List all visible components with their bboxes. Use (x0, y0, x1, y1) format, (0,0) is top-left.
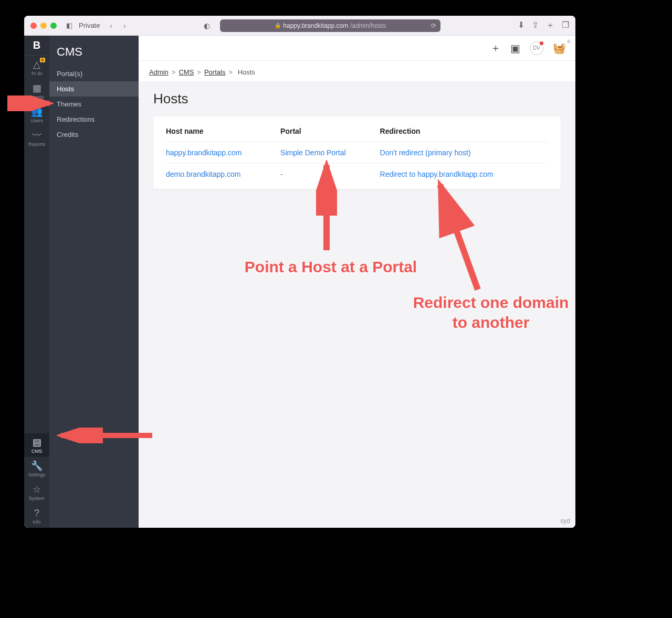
subnav-item-portal-s[interactable]: Portal(s) (49, 66, 139, 81)
reports-icon: 〰 (24, 131, 49, 140)
rail-item-cms[interactable]: ▤CMS (24, 433, 49, 457)
cms-icon: ▤ (24, 438, 49, 447)
table-cell-host: happy.brandkitapp.com (166, 142, 280, 164)
rail-item-users[interactable]: 👥Users (24, 103, 49, 126)
browser-chrome: ◧ Private ‹ › ◐ 🔒 happy.brandkitapp.com/… (24, 16, 575, 36)
rail-item-info[interactable]: ?Info (24, 504, 49, 528)
table-row: demo.brandkitapp.com-Redirect to happy.b… (166, 164, 548, 185)
to do-icon: △ (24, 60, 49, 69)
rail-badge: 9 (40, 58, 45, 62)
avatar[interactable]: DV (530, 41, 543, 55)
avatar-initials: DV (533, 45, 540, 51)
cell-link[interactable]: - (280, 170, 283, 178)
new-tab-icon[interactable]: ＋ (546, 20, 554, 31)
main-column: ＋ ▣ DV 🧺0 Admin>CMS>Portals> Hosts Hosts… (139, 36, 575, 528)
breadcrumb-separator: > (228, 68, 233, 76)
subnav-item-redirections[interactable]: Redirections (49, 112, 139, 127)
rail-item-label: To do (24, 71, 49, 76)
table-row: happy.brandkitapp.comSimple Demo PortalD… (166, 142, 548, 164)
rail-item-label: System (24, 496, 49, 501)
privacy-shield-icon[interactable]: ◐ (202, 22, 212, 30)
browser-window: ◧ Private ‹ › ◐ 🔒 happy.brandkitapp.com/… (24, 16, 575, 528)
app-body: B △To do9▦Assets👥Users〰Reports ▤CMS🔧Sett… (24, 36, 575, 528)
rail-item-reports[interactable]: 〰Reports (24, 126, 49, 150)
rail-item-system[interactable]: ☆System (24, 481, 49, 504)
rail-item-label: CMS (24, 449, 49, 454)
subnav-item-hosts[interactable]: Hosts (49, 81, 139, 97)
hosts-table: Host namePortalRedirection happy.brandki… (166, 119, 548, 185)
info-icon: ? (24, 508, 49, 518)
assets-icon: ▦ (24, 83, 49, 93)
breadcrumb-link[interactable]: CMS (178, 68, 194, 76)
cms-subnav: CMS Portal(s)HostsThemesRedirectionsCred… (49, 36, 139, 528)
breadcrumb-current: Hosts (238, 68, 255, 76)
table-header: Redirection (380, 119, 548, 142)
lock-icon: 🔒 (275, 23, 281, 28)
downloads-icon[interactable]: ⬇︎ (518, 20, 524, 31)
subnav-title: CMS (49, 36, 139, 66)
page-title: Hosts (153, 91, 561, 107)
rail-item-assets[interactable]: ▦Assets (24, 79, 49, 103)
url-host: happy.brandkitapp.com (283, 22, 348, 29)
add-icon[interactable]: ＋ (490, 41, 501, 55)
table-cell-portal: Simple Demo Portal (280, 142, 380, 164)
inbox-icon[interactable]: ▣ (510, 42, 520, 55)
basket-icon[interactable]: 🧺0 (553, 42, 566, 55)
close-window-icon[interactable] (30, 23, 37, 29)
sidebar-toggle-icon[interactable]: ◧ (64, 20, 75, 30)
users-icon: 👥 (24, 107, 49, 116)
subnav-item-themes[interactable]: Themes (49, 97, 139, 112)
breadcrumb-link[interactable]: Admin (149, 68, 169, 76)
footer-marker: syd (560, 517, 570, 525)
tab-overview-icon[interactable]: ❐ (562, 20, 569, 31)
table-header: Portal (280, 119, 380, 142)
hosts-panel: Host namePortalRedirection happy.brandki… (153, 116, 561, 189)
rail-item-label: Users (24, 118, 49, 123)
back-button[interactable]: ‹ (106, 21, 116, 30)
table-cell-portal: - (280, 164, 380, 185)
share-icon[interactable]: ⇪ (532, 20, 539, 31)
settings-icon: 🔧 (24, 461, 49, 471)
cell-link[interactable]: demo.brandkitapp.com (166, 170, 240, 178)
rail-item-label: Info (24, 519, 49, 525)
rail-item-label: Reports (24, 142, 49, 147)
window-controls (30, 23, 57, 29)
rail-item-label: Settings (24, 472, 49, 477)
table-header: Host name (166, 119, 280, 142)
table-cell-host: demo.brandkitapp.com (166, 164, 280, 185)
url-path: /admin/hosts (350, 22, 386, 29)
breadcrumb-separator: > (197, 68, 201, 76)
url-bar[interactable]: 🔒 happy.brandkitapp.com/admin/hosts ⟳ (220, 19, 440, 32)
cell-link[interactable]: Redirect to happy.brandkitapp.com (380, 170, 494, 178)
content-area: Hosts Host namePortalRedirection happy.b… (139, 81, 575, 528)
cell-link[interactable]: happy.brandkitapp.com (166, 148, 242, 157)
table-cell-redir: Redirect to happy.brandkitapp.com (380, 164, 548, 185)
app-logo[interactable]: B (24, 36, 49, 56)
rail-item-settings[interactable]: 🔧Settings (24, 457, 49, 481)
nav-rail: B △To do9▦Assets👥Users〰Reports ▤CMS🔧Sett… (24, 36, 49, 528)
basket-count: 0 (568, 39, 570, 44)
chrome-right-controls: ⬇︎ ⇪ ＋ ❐ (518, 20, 569, 31)
rail-item-to-do[interactable]: △To do9 (24, 56, 49, 79)
minimize-window-icon[interactable] (40, 23, 47, 29)
cell-link[interactable]: Simple Demo Portal (280, 148, 346, 157)
rail-item-label: Assets (24, 94, 49, 100)
forward-button[interactable]: › (120, 21, 129, 30)
breadcrumb-link[interactable]: Portals (204, 68, 225, 76)
system-icon: ☆ (24, 485, 49, 494)
reload-icon[interactable]: ⟳ (431, 22, 436, 29)
subnav-item-credits[interactable]: Credits (49, 127, 139, 142)
cell-link[interactable]: Don't redirect (primary host) (380, 148, 471, 157)
breadcrumb: Admin>CMS>Portals> Hosts (139, 61, 575, 81)
topbar: ＋ ▣ DV 🧺0 (139, 36, 575, 61)
table-cell-redir: Don't redirect (primary host) (380, 142, 548, 164)
zoom-window-icon[interactable] (50, 23, 57, 29)
private-mode-label: Private (79, 22, 100, 29)
breadcrumb-separator: > (172, 68, 176, 76)
